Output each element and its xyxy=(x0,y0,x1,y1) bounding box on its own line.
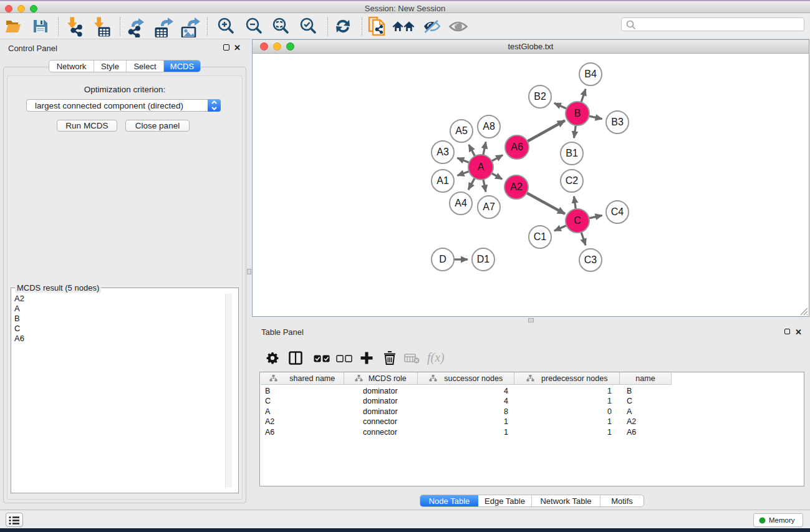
svg-text:A6: A6 xyxy=(511,142,523,152)
svg-text:B3: B3 xyxy=(611,117,624,127)
svg-text:B2: B2 xyxy=(534,91,546,102)
svg-text:A7: A7 xyxy=(483,201,495,212)
svg-text:A1: A1 xyxy=(436,175,449,186)
svg-text:A5: A5 xyxy=(455,125,468,136)
svg-text:A: A xyxy=(478,162,485,172)
svg-text:A8: A8 xyxy=(483,121,495,132)
svg-text:B1: B1 xyxy=(566,148,578,158)
svg-text:A4: A4 xyxy=(455,198,467,208)
svg-text:B: B xyxy=(574,108,581,118)
svg-text:B4: B4 xyxy=(584,69,597,79)
svg-text:C2: C2 xyxy=(566,175,579,186)
svg-text:D1: D1 xyxy=(477,254,490,264)
svg-text:C4: C4 xyxy=(611,206,624,217)
svg-text:C1: C1 xyxy=(534,231,547,242)
svg-text:A2: A2 xyxy=(510,181,523,192)
svg-text:D: D xyxy=(439,254,446,264)
svg-text:C: C xyxy=(574,215,581,226)
svg-text:A3: A3 xyxy=(436,147,449,157)
svg-text:C3: C3 xyxy=(584,254,597,265)
